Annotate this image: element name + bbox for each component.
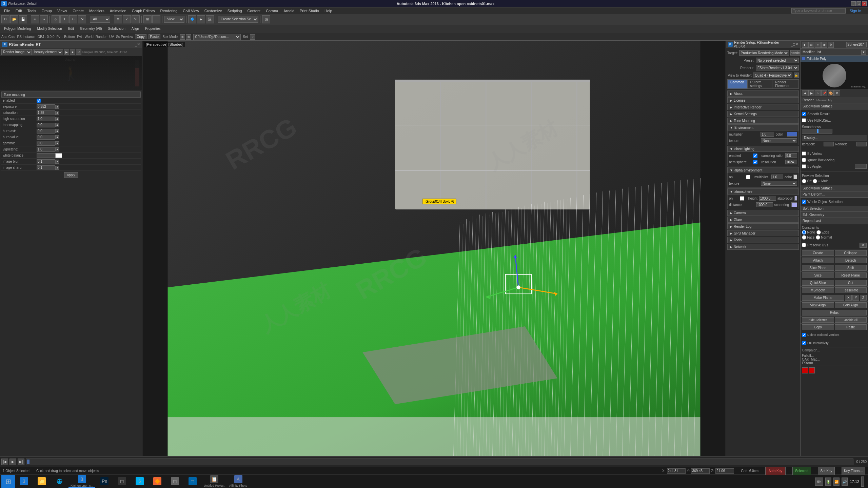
use-nurbs-checkbox[interactable]: [802, 118, 806, 122]
new-button[interactable]: 🗋: [1, 15, 9, 23]
modifier-add-btn[interactable]: ▼: [861, 50, 866, 55]
render-log-header[interactable]: ▶ Render Log: [727, 223, 799, 229]
subobj-radio[interactable]: [813, 179, 817, 183]
nav-icon-settings[interactable]: ⚙: [834, 90, 840, 96]
rotate-button[interactable]: ↻: [69, 15, 77, 23]
nav-icon-home[interactable]: ⌂: [815, 90, 821, 96]
nav-icon-forward[interactable]: ▶: [808, 90, 814, 96]
tone-mapping-rs-header[interactable]: ▶ Tone Mapping: [727, 118, 799, 124]
sphere-name-input[interactable]: [846, 42, 867, 47]
smoothness-thumb[interactable]: [817, 129, 818, 133]
timeline-play-btn[interactable]: ▶: [9, 459, 16, 465]
tonemapping-input[interactable]: [37, 123, 55, 127]
alpha-on-checkbox[interactable]: [746, 175, 750, 179]
by-angle-checkbox[interactable]: [802, 164, 806, 168]
soft-selection-header[interactable]: Soft Selection: [801, 206, 868, 212]
atmosphere-header[interactable]: ▼ atmosphere: [727, 188, 799, 195]
maximize-button[interactable]: □: [856, 1, 861, 6]
image-blur-input[interactable]: [37, 159, 55, 164]
copy-button[interactable]: Copy: [135, 34, 146, 39]
x-coord-input[interactable]: [667, 468, 686, 474]
dl-hemisphere-checkbox[interactable]: [753, 160, 757, 164]
ribbon-properties[interactable]: Properties: [142, 24, 163, 33]
timeline-prev-btn[interactable]: |◀: [1, 459, 8, 465]
tone-mapping-header[interactable]: Tone mapping: [1, 92, 141, 98]
clock-area[interactable]: 17:12: [850, 480, 859, 484]
fstorm-play-btn[interactable]: ▶: [64, 49, 69, 55]
timeline-next-btn[interactable]: ▶|: [18, 459, 24, 465]
key-filters-button[interactable]: Key Filters...: [842, 467, 865, 475]
render-frame-button[interactable]: 🖼: [206, 15, 214, 23]
viewport[interactable]: [Perspective] [Shaded]: [142, 41, 726, 456]
taskbar-other4[interactable]: ◻: [184, 475, 201, 488]
renderer-dropdown[interactable]: FStormRender v1.3.0d: [756, 65, 799, 70]
vignetting-input[interactable]: [37, 147, 55, 152]
taskbar-untitled[interactable]: 📋 Untitled Project: [202, 475, 226, 488]
menu-modifiers[interactable]: Modifiers: [86, 7, 107, 14]
search-input[interactable]: [791, 8, 846, 14]
collapse-button[interactable]: Collapse: [835, 250, 867, 256]
cut-button[interactable]: Cut: [835, 280, 867, 286]
selection-set-dropdown[interactable]: Create Selection Ser: [218, 16, 258, 23]
taskbar-explorer[interactable]: 📁: [33, 475, 50, 488]
lang-indicator[interactable]: EN: [815, 477, 823, 486]
interactive-render-header[interactable]: ▶ Interactive Render: [727, 104, 799, 110]
preserve-uvs-settings-btn[interactable]: ⚙: [860, 243, 867, 248]
dl-sampling-input[interactable]: [785, 153, 797, 158]
menu-signin[interactable]: Sign In: [847, 7, 864, 14]
sound-icon[interactable]: 🔊: [842, 477, 848, 486]
view-dropdown[interactable]: View: [164, 16, 184, 23]
x-btn[interactable]: X: [845, 295, 852, 301]
menu-create[interactable]: Create: [70, 7, 86, 14]
ribbon-edit[interactable]: Edit: [65, 24, 77, 33]
undo-button[interactable]: ↩: [31, 15, 39, 23]
env-color-swatch[interactable]: [787, 132, 797, 137]
editable-poly-item[interactable]: Editable Poly: [801, 56, 868, 62]
saturation-input[interactable]: [37, 110, 55, 115]
tonemapping-up[interactable]: ▲: [55, 123, 59, 127]
taskbar-other2[interactable]: 🔶: [149, 475, 166, 488]
vertex-color-red[interactable]: [802, 367, 808, 373]
nav-icon-pin[interactable]: 📌: [821, 90, 827, 96]
rs-close[interactable]: ✕: [795, 42, 798, 46]
smooth-result-checkbox[interactable]: [802, 112, 806, 116]
subdivision-surface-header[interactable]: Subdivision Surface: [801, 103, 868, 109]
prop-icon5[interactable]: ⚙: [828, 42, 834, 48]
subdivision-section2[interactable]: Subdivision Surface...: [801, 185, 868, 191]
create-button[interactable]: Create: [802, 250, 834, 256]
z-btn[interactable]: Z: [860, 295, 867, 301]
split-button[interactable]: Split: [835, 265, 867, 271]
atm-height-input[interactable]: [759, 196, 776, 201]
show-desktop-btn[interactable]: [861, 476, 864, 487]
by-vertex-checkbox[interactable]: [802, 151, 806, 156]
render-iteration-input[interactable]: [856, 142, 867, 146]
dl-enabled-checkbox[interactable]: [753, 154, 757, 158]
box-mode-icon2[interactable]: ⊠: [186, 34, 191, 40]
attach-button[interactable]: Attach: [802, 258, 834, 263]
menu-help[interactable]: Help: [322, 7, 335, 14]
edit-geometry-header[interactable]: Edit Geometry: [801, 212, 868, 218]
fstorm-element-dropdown[interactable]: beauty element: [33, 49, 63, 55]
burn-ast-up[interactable]: ▲: [55, 129, 59, 133]
alpha-color-swatch[interactable]: [793, 175, 797, 179]
render-button[interactable]: Render: [790, 50, 800, 56]
gpu-manager-header[interactable]: ▶ GPU Manager: [727, 230, 799, 236]
apply-button[interactable]: apply: [64, 172, 78, 178]
gamma-up[interactable]: ▲: [55, 141, 59, 145]
box-mode-icon[interactable]: ⊞: [180, 34, 185, 40]
dl-resolution-input[interactable]: [785, 160, 797, 164]
kernel-header[interactable]: ▶ Kernel Settings: [727, 111, 799, 117]
nav-icon-render[interactable]: 🎨: [828, 90, 834, 96]
menu-file[interactable]: File: [1, 7, 13, 14]
taskbar-3dsmax-active[interactable]: 3 Kitchen open c...: [68, 475, 95, 488]
paste-named-btn[interactable]: Paste: [835, 324, 867, 330]
burn-ast-input[interactable]: [37, 129, 55, 134]
select-button[interactable]: ⊹: [52, 15, 60, 23]
burn-value-input[interactable]: [37, 135, 55, 140]
set-button[interactable]: ?: [250, 34, 255, 40]
env-texture-dropdown[interactable]: None: [761, 138, 797, 143]
quick-render-button[interactable]: ▶: [197, 15, 205, 23]
rs-tab-common[interactable]: Common: [727, 79, 747, 89]
menu-views[interactable]: Views: [55, 7, 70, 14]
glare-header[interactable]: ▶ Glare: [727, 217, 799, 223]
